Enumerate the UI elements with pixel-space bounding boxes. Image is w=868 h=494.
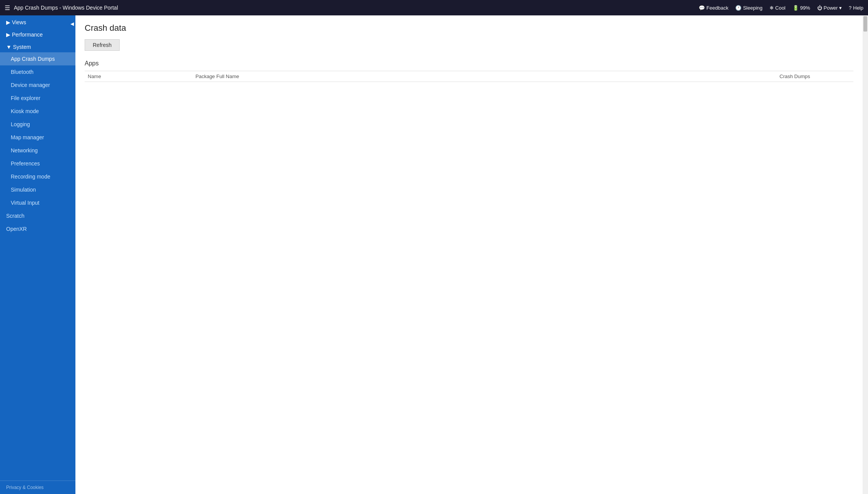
page-title: Crash data	[85, 23, 853, 33]
sleeping-status[interactable]: 🕐 Sleeping	[735, 5, 763, 11]
sidebar-item-virtual-input[interactable]: Virtual Input	[0, 196, 75, 209]
sidebar-collapse-button[interactable]: ◀	[68, 18, 75, 29]
column-header-name: Name	[85, 73, 192, 79]
sleeping-icon: 🕐	[735, 5, 741, 11]
crash-data-table: Name Package Full Name Crash Dumps	[85, 71, 853, 82]
feedback-icon: 💬	[699, 5, 705, 11]
column-header-package: Package Full Name	[192, 73, 776, 79]
feedback-button[interactable]: 💬 Feedback	[699, 5, 728, 11]
privacy-cookies-link[interactable]: Privacy & Cookies	[0, 481, 75, 494]
sidebar-section-views[interactable]: ▶ Views	[0, 15, 75, 28]
sidebar-item-device-manager[interactable]: Device manager	[0, 78, 75, 92]
titlebar: ☰ App Crash Dumps - Windows Device Porta…	[0, 0, 868, 15]
sidebar-item-app-crash-dumps[interactable]: App Crash Dumps	[0, 52, 75, 65]
main-layout: ◀ ▶ Views ▶ Performance ▼ System App Cra…	[0, 15, 868, 494]
sidebar-item-recording-mode[interactable]: Recording mode	[0, 170, 75, 183]
sidebar-item-scratch[interactable]: Scratch	[0, 209, 75, 222]
power-icon: ⏻	[817, 5, 822, 11]
battery-icon: 🔋	[793, 5, 799, 11]
content-area: Crash data Refresh Apps Name Package Ful…	[75, 15, 863, 494]
sidebar: ◀ ▶ Views ▶ Performance ▼ System App Cra…	[0, 15, 75, 494]
cool-status[interactable]: ❄ Cool	[770, 5, 786, 11]
sidebar-item-preferences[interactable]: Preferences	[0, 157, 75, 170]
help-icon: ?	[849, 5, 851, 11]
apps-section-title: Apps	[85, 60, 853, 67]
column-header-crashes: Crash Dumps	[776, 73, 853, 79]
sidebar-item-simulation[interactable]: Simulation	[0, 183, 75, 196]
titlebar-title: App Crash Dumps - Windows Device Portal	[14, 5, 118, 11]
hamburger-icon[interactable]: ☰	[5, 4, 10, 12]
sidebar-section-performance[interactable]: ▶ Performance	[0, 28, 75, 40]
help-button[interactable]: ? Help	[849, 5, 863, 11]
sidebar-item-openxr[interactable]: OpenXR	[0, 222, 75, 235]
scrollbar-thumb[interactable]	[863, 16, 867, 32]
sidebar-item-networking[interactable]: Networking	[0, 144, 75, 157]
sidebar-item-bluetooth[interactable]: Bluetooth	[0, 65, 75, 78]
sidebar-item-logging[interactable]: Logging	[0, 118, 75, 131]
table-header: Name Package Full Name Crash Dumps	[85, 71, 853, 82]
temperature-icon: ❄	[770, 5, 774, 11]
scrollbar[interactable]	[863, 15, 868, 494]
sidebar-item-file-explorer[interactable]: File explorer	[0, 92, 75, 105]
battery-status[interactable]: 🔋 99%	[793, 5, 810, 11]
sidebar-section-system[interactable]: ▼ System	[0, 40, 75, 52]
titlebar-right: 💬 Feedback 🕐 Sleeping ❄ Cool 🔋 99% ⏻ Pow…	[699, 5, 863, 11]
sidebar-item-kiosk-mode[interactable]: Kiosk mode	[0, 105, 75, 118]
sidebar-item-map-manager[interactable]: Map manager	[0, 131, 75, 144]
power-button[interactable]: ⏻ Power ▾	[817, 5, 842, 11]
titlebar-left: ☰ App Crash Dumps - Windows Device Porta…	[5, 4, 118, 12]
refresh-button[interactable]: Refresh	[85, 39, 120, 51]
